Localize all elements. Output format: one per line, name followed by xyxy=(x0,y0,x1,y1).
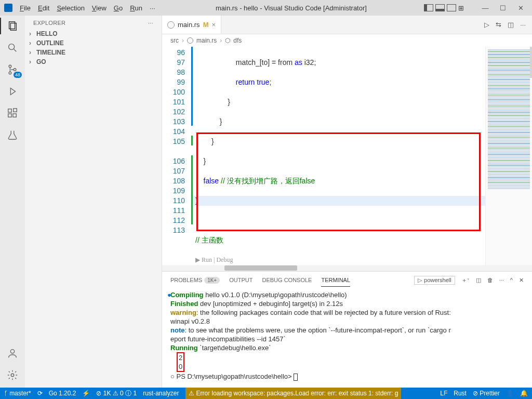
rust-file-icon xyxy=(167,21,175,29)
panel-more-icon[interactable]: ··· xyxy=(499,277,504,283)
layout-panel-bottom-icon[interactable] xyxy=(435,4,445,11)
codelens-run-debug[interactable]: ▶ Run | Debug xyxy=(193,255,485,265)
debug-activity-icon[interactable] xyxy=(6,85,19,98)
extensions-activity-icon[interactable] xyxy=(6,107,19,119)
code-editor[interactable]: match_[to] = from as i32; return true; }… xyxy=(193,47,485,265)
layout-panel-right-icon[interactable] xyxy=(447,4,456,11)
status-branch[interactable]: ᚶ master* xyxy=(4,390,31,397)
svg-point-13 xyxy=(11,374,14,377)
tab-debug-console[interactable]: DEBUG CONSOLE xyxy=(262,274,312,286)
explorer-activity-icon[interactable] xyxy=(6,20,19,32)
terminal-shell-picker[interactable]: ▷ powershell xyxy=(414,276,455,285)
maximize-panel-icon[interactable]: ^ xyxy=(510,277,513,283)
testing-activity-icon[interactable] xyxy=(6,129,19,141)
svg-point-4 xyxy=(9,65,11,68)
tab-problems[interactable]: PROBLEMS1K+ xyxy=(170,274,220,286)
minimap[interactable] xyxy=(485,47,532,265)
search-activity-icon[interactable] xyxy=(6,42,19,54)
minimize-button[interactable]: — xyxy=(478,4,493,12)
maximize-button[interactable]: ☐ xyxy=(496,4,510,12)
svg-point-12 xyxy=(10,350,14,353)
tab-output[interactable]: OUTPUT xyxy=(229,274,252,286)
horizontal-scrollbar[interactable] xyxy=(162,265,532,271)
terminal-output-highlight: 20 xyxy=(177,352,184,372)
status-go-version[interactable]: Go 1.20.2 xyxy=(49,390,76,397)
menu-more[interactable]: ··· xyxy=(147,2,158,14)
breadcrumb[interactable]: src› main.rs› ⬡ dfs xyxy=(162,34,532,47)
menu-view[interactable]: View xyxy=(89,2,110,14)
split-terminal-icon[interactable]: ◫ xyxy=(476,277,481,284)
account-icon[interactable] xyxy=(6,347,19,360)
status-eol[interactable]: LF xyxy=(440,390,447,397)
scm-activity-icon[interactable]: 48 xyxy=(6,63,19,76)
close-window-button[interactable]: ✕ xyxy=(513,4,528,12)
menu-go[interactable]: Go xyxy=(111,2,126,14)
menu-run[interactable]: Run xyxy=(127,2,145,14)
split-editor-icon[interactable]: ◫ xyxy=(508,21,514,29)
svg-rect-8 xyxy=(8,109,11,112)
explorer-more-icon[interactable]: ··· xyxy=(148,20,153,26)
sidebar-section-hello[interactable]: HELLO xyxy=(25,29,162,38)
status-feedback-icon[interactable]: 👤 xyxy=(506,390,514,397)
window-title: main.rs - hello - Visual Studio Code [Ad… xyxy=(158,4,424,12)
terminal-output[interactable]: ● Compiling hello v0.1.0 (D:\mysetup\gop… xyxy=(162,288,532,388)
status-warning-message[interactable]: ⚠ Error loading workspace: packages.Load… xyxy=(185,388,402,399)
menu-edit[interactable]: Edit xyxy=(35,2,52,14)
editor-more-icon[interactable]: ··· xyxy=(520,21,526,29)
status-language[interactable]: Rust xyxy=(454,390,467,397)
status-bell-icon[interactable]: 🔔 xyxy=(520,390,528,397)
menu-selection[interactable]: Selection xyxy=(54,2,87,14)
layout-panel-left-icon[interactable] xyxy=(424,4,433,11)
svg-rect-10 xyxy=(13,114,16,117)
status-problems[interactable]: ⊘ 1K ⚠ 0 ⓘ 1 xyxy=(96,389,137,398)
status-prettier[interactable]: ⊘ Prettier xyxy=(473,390,500,397)
status-lightning-icon[interactable]: ⚡ xyxy=(82,390,90,397)
tab-main-rs[interactable]: main.rs M × xyxy=(162,16,221,34)
tab-terminal[interactable]: TERMINAL xyxy=(321,274,350,287)
sidebar-section-timeline[interactable]: TIMELINE xyxy=(25,48,162,57)
status-sync-icon[interactable]: ⟳ xyxy=(37,390,43,397)
run-code-icon[interactable]: ▷ xyxy=(484,21,489,29)
close-panel-icon[interactable]: ✕ xyxy=(519,277,524,284)
status-rust-analyzer[interactable]: rust-analyzer xyxy=(143,390,179,397)
compare-changes-icon[interactable]: ⇆ xyxy=(496,21,501,29)
layout-customize-icon[interactable]: ⊞ xyxy=(458,4,468,11)
svg-rect-11 xyxy=(14,109,17,112)
svg-rect-9 xyxy=(8,114,11,117)
close-tab-icon[interactable]: × xyxy=(211,21,216,29)
svg-point-5 xyxy=(9,72,11,74)
new-terminal-icon[interactable]: ＋˅ xyxy=(461,276,470,284)
line-number-gutter: 9697989910010110210310410510610710810911… xyxy=(162,47,191,265)
symbol-icon: ⬡ xyxy=(225,37,230,44)
menubar: File Edit Selection View Go Run ··· xyxy=(17,2,158,14)
kill-terminal-icon[interactable]: 🗑 xyxy=(487,277,493,283)
svg-line-3 xyxy=(14,49,17,52)
terminal-cursor xyxy=(294,374,298,381)
svg-marker-7 xyxy=(10,88,15,95)
sidebar-section-go[interactable]: GO xyxy=(25,57,162,66)
explorer-title: EXPLORER xyxy=(33,20,65,26)
menu-file[interactable]: File xyxy=(17,2,34,14)
rust-file-icon xyxy=(187,37,193,44)
modified-indicator: M xyxy=(203,21,209,29)
sidebar-section-outline[interactable]: OUTLINE xyxy=(25,38,162,48)
vscode-icon xyxy=(4,4,12,12)
settings-gear-icon[interactable] xyxy=(6,369,19,381)
svg-point-6 xyxy=(14,69,16,71)
svg-point-2 xyxy=(9,44,15,50)
